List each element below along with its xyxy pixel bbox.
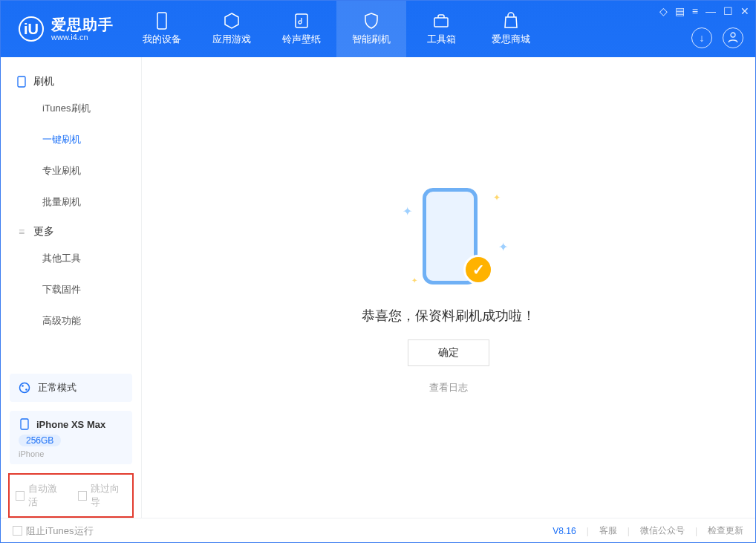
tab-toolbox[interactable]: 工具箱 [406,1,476,57]
success-message: 恭喜您，保资料刷机成功啦！ [362,307,535,325]
sidebar-item-pro-flash[interactable]: 专业刷机 [1,155,141,186]
maximize-button[interactable]: ☐ [723,5,733,17]
tab-my-device[interactable]: 我的设备 [127,1,197,57]
logo-icon: iU [19,16,44,42]
status-bar: 阻止iTunes运行 V8.16 | 客服 | 微信公众号 | 检查更新 [1,518,755,543]
bag-icon [502,12,520,30]
sidebar-item-itunes-flash[interactable]: iTunes刷机 [1,93,141,124]
close-button[interactable]: ✕ [740,5,749,17]
tab-apps[interactable]: 应用游戏 [197,1,267,57]
connected-device[interactable]: iPhone XS Max 256GB iPhone [10,411,132,464]
svg-point-7 [25,388,27,391]
main-content: ✦ ✦ ✦ ✦ ✓ 恭喜您，保资料刷机成功啦！ 确定 查看日志 [142,57,755,518]
tab-label: 爱思商城 [492,33,530,46]
download-icon: ↓ [700,32,705,44]
user-icon [727,31,739,45]
tab-label: 应用游戏 [212,33,251,46]
main-tabs: 我的设备 应用游戏 铃声壁纸 智能刷机 工具箱 爱思商城 [127,1,546,57]
sidebar-item-one-key-flash[interactable]: 一键刷机 [1,124,141,155]
shirt-icon[interactable]: ◇ [659,5,668,17]
phone-small-icon [19,418,30,430]
sidebar-item-advanced[interactable]: 高级功能 [1,305,141,336]
device-icon [16,76,27,88]
tab-store[interactable]: 爱思商城 [476,1,546,57]
device-mode-status[interactable]: 正常模式 [10,374,132,402]
shield-icon [362,12,380,30]
svg-rect-2 [434,18,448,27]
sparkle-icon: ✦ [498,240,508,254]
sidebar-group-flash: 刷机 [1,68,141,93]
download-button[interactable]: ↓ [691,27,712,48]
sparkle-icon: ✦ [411,276,417,284]
phone-icon [153,12,171,30]
sparkle-icon: ✦ [403,204,412,218]
checkbox-icon [78,491,87,501]
version-label: V8.16 [553,526,576,536]
checkbox-icon [13,526,22,536]
status-icon [19,382,30,394]
group-label: 刷机 [33,75,54,88]
toolbox-icon [432,12,450,30]
checkbox-label: 跳过向导 [91,482,126,509]
sparkle-icon: ✦ [493,192,501,203]
wechat-link[interactable]: 微信公众号 [640,524,685,537]
auto-activate-checkbox[interactable]: 自动激活 [16,482,65,509]
view-log-link[interactable]: 查看日志 [429,381,468,394]
svg-point-5 [20,383,30,393]
app-header: iU 爱思助手 www.i4.cn 我的设备 应用游戏 铃声壁纸 智能刷机 工具… [1,1,755,57]
sidebar-item-other-tools[interactable]: 其他工具 [1,243,141,274]
svg-rect-4 [18,77,25,87]
group-label: 更多 [33,225,54,238]
window-controls: ◇ ▤ ≡ ― ☐ ✕ [659,5,749,17]
hamburger-icon: ≡ [16,226,27,238]
tab-ringtone[interactable]: 铃声壁纸 [267,1,336,57]
success-illustration: ✦ ✦ ✦ ✦ ✓ [382,181,515,292]
sidebar: 刷机 iTunes刷机 一键刷机 专业刷机 批量刷机 ≡ 更多 其他工具 下载固… [1,57,142,518]
tab-label: 智能刷机 [352,33,391,46]
tab-label: 工具箱 [427,33,456,46]
minimize-button[interactable]: ― [706,5,716,17]
app-subtitle: www.i4.cn [51,33,114,42]
svg-point-6 [22,385,24,387]
sidebar-item-download-firmware[interactable]: 下载固件 [1,274,141,305]
skip-guide-checkbox[interactable]: 跳过向导 [78,482,127,509]
block-itunes-checkbox[interactable]: 阻止iTunes运行 [13,524,94,538]
device-name: iPhone XS Max [36,419,105,430]
menu-icon[interactable]: ≡ [692,5,698,17]
account-button[interactable] [723,27,743,48]
svg-point-3 [731,33,735,37]
tab-label: 我的设备 [143,33,181,46]
flash-options-highlight: 自动激活 跳过向导 [8,473,134,518]
app-logo: iU 爱思助手 www.i4.cn [1,16,127,42]
ok-button[interactable]: 确定 [408,339,489,366]
svg-rect-0 [157,13,166,29]
checkbox-label: 阻止iTunes运行 [26,524,94,538]
support-link[interactable]: 客服 [599,524,617,537]
app-title: 爱思助手 [51,16,114,33]
tab-label: 铃声壁纸 [282,33,321,46]
header-actions: ↓ [691,27,743,48]
cube-icon [223,12,241,30]
checkbox-icon [16,491,25,501]
check-badge-icon: ✓ [463,255,493,284]
device-capacity: 256GB [19,435,61,446]
device-type: iPhone [19,449,123,458]
checkbox-label: 自动激活 [28,482,64,509]
check-update-link[interactable]: 检查更新 [708,524,743,537]
status-label: 正常模式 [38,381,76,394]
list-icon[interactable]: ▤ [675,5,685,17]
music-icon [293,12,310,30]
svg-rect-8 [21,419,28,429]
sidebar-group-more: ≡ 更多 [1,218,141,243]
sidebar-item-batch-flash[interactable]: 批量刷机 [1,186,141,218]
tab-smart-flash[interactable]: 智能刷机 [336,1,406,57]
